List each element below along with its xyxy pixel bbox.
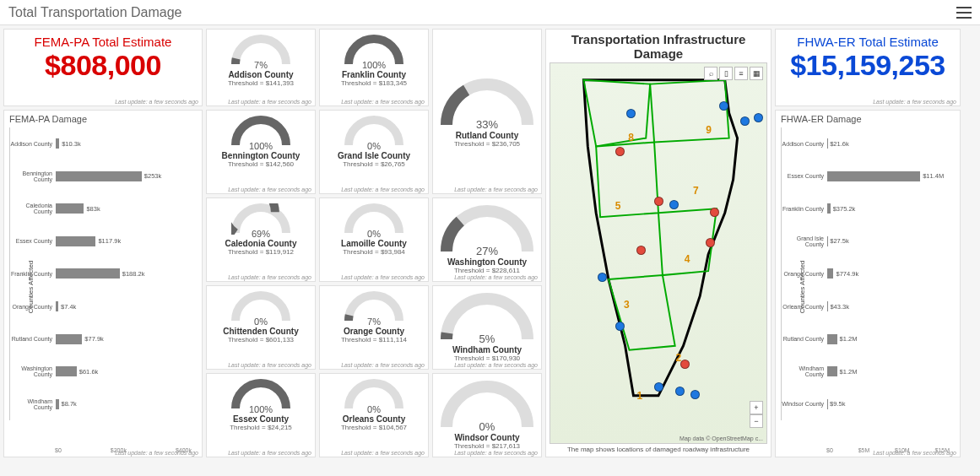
gauge-bennington: 100% Bennington CountyThreshold = $142,5… xyxy=(206,110,316,194)
gauge-caledonia: 69% Caledonia CountyThreshold = $119,912… xyxy=(206,197,316,282)
gauge-washington: 27% Washington CountyThreshold = $228,61… xyxy=(432,197,542,282)
gauge-franklin: 100% Franklin CountyThreshold = $183,345… xyxy=(319,29,429,106)
fema-est-title: FEMA-PA Total Estimate xyxy=(9,35,197,49)
gauge-orange: 7% Orange CountyThreshold = $111,114 Las… xyxy=(319,285,429,370)
gauge-addison: 7% Addison CountyThreshold = $141,393 La… xyxy=(206,29,316,106)
gauge-windsor: 0% Windsor CountyThreshold = $217,613 La… xyxy=(432,373,542,457)
bar-row: Essex County$117.9k xyxy=(56,234,192,249)
map-card: Transportation Infrastructure Damage ⌕ ▯… xyxy=(545,29,772,457)
fhwa-est-title: FHWA-ER Total Estimate xyxy=(781,35,955,49)
last-update-text: Last update: a few seconds ago xyxy=(115,99,198,105)
gauge-rutland: 33% Rutland CountyThreshold = $236,705 L… xyxy=(432,29,542,194)
chart-title: FEMA-PA Damage xyxy=(9,114,197,124)
last-update-text: Last update: a few seconds ago xyxy=(873,99,956,105)
map-title: Transportation Infrastructure Damage xyxy=(550,33,767,61)
map-canvas[interactable]: ⌕ ▯ ≡ ▦ + − xyxy=(550,62,767,444)
bookmark-icon[interactable]: ▯ xyxy=(719,67,733,80)
bar-row: Orange County$7.4k xyxy=(56,299,192,314)
state-outline xyxy=(550,63,766,413)
bar-row: Franklin County$188.2k xyxy=(56,266,192,281)
fema-est-value: $808,000 xyxy=(9,49,197,82)
legend-icon[interactable]: ▦ xyxy=(750,67,763,80)
fema-damage-chart: FEMA-PA Damage Counties Affected Addison… xyxy=(3,110,203,457)
bar-row: Caledonia County$83k xyxy=(56,201,192,216)
gauge-lamoille: 0% Lamoille CountyThreshold = $93,984 La… xyxy=(319,197,429,282)
bar-row: Rutland County$77.9k xyxy=(56,332,192,347)
bar-row: Essex County$11.4M xyxy=(827,169,950,184)
dashboard-grid: FEMA-PA Total Estimate $808,000 Last upd… xyxy=(0,25,980,476)
zoom-control: + − xyxy=(750,401,763,428)
bar-row: Washington County$61.6k xyxy=(56,364,192,379)
gauge-chittenden: 0% Chittenden CountyThreshold = $601,133… xyxy=(206,285,316,370)
page-title: Total Transportation Damage xyxy=(8,5,181,20)
fhwa-damage-chart: FHWA-ER Damage Counties Affected Addison… xyxy=(775,110,961,457)
bar-row: Addison County$21.6k xyxy=(827,136,950,151)
last-update-text: Last update: a few seconds ago xyxy=(115,450,198,456)
zoom-out-button[interactable]: − xyxy=(750,414,763,428)
bar-container: Addison County$21.6kEssex County$11.4MFr… xyxy=(781,127,955,420)
layers-icon[interactable]: ≡ xyxy=(734,67,748,80)
map-attribution: Map data © OpenStreetMap c... xyxy=(680,435,763,441)
bar-row: Orleans County$43.3k xyxy=(827,299,950,314)
fhwa-total-card: FHWA-ER Total Estimate $15,159,253 Last … xyxy=(775,29,961,106)
bar-row: Windham County$1.2M xyxy=(827,364,950,379)
last-update-text: Last update: a few seconds ago xyxy=(873,450,956,456)
fema-total-card: FEMA-PA Total Estimate $808,000 Last upd… xyxy=(3,29,203,106)
search-icon[interactable]: ⌕ xyxy=(704,67,717,80)
menu-icon[interactable] xyxy=(956,7,972,19)
bar-row: Rutland County$1.2M xyxy=(827,332,950,347)
map-caption: The map shows locations of damaged roadw… xyxy=(550,446,767,453)
bar-row: Grand Isle County$27.5k xyxy=(827,234,950,249)
chart-title: FHWA-ER Damage xyxy=(781,114,955,124)
bar-row: Orange County$774.9k xyxy=(827,266,950,281)
app-header: Total Transportation Damage xyxy=(0,0,980,25)
fhwa-est-value: $15,159,253 xyxy=(781,49,955,82)
bar-row: Windham County$8.7k xyxy=(56,397,192,412)
bar-row: Addison County$10.3k xyxy=(56,136,192,151)
bar-row: Franklin County$375.2k xyxy=(827,201,950,216)
zoom-in-button[interactable]: + xyxy=(750,401,763,414)
map-toolbar: ⌕ ▯ ≡ ▦ xyxy=(704,67,763,80)
gauge-essex: 100% Essex CountyThreshold = $24,215 Las… xyxy=(206,373,316,457)
gauge-grand-isle: 0% Grand Isle CountyThreshold = $26,765 … xyxy=(319,110,429,194)
bar-container: Addison County$10.3kBennington County$25… xyxy=(9,127,197,420)
bar-row: Bennington County$253k xyxy=(56,169,192,184)
bar-row: Windsor County$9.5k xyxy=(827,397,950,412)
gauge-orleans: 0% Orleans CountyThreshold = $104,567 La… xyxy=(319,373,429,457)
gauge-windham: 5% Windham CountyThreshold = $170,930 La… xyxy=(432,285,542,370)
